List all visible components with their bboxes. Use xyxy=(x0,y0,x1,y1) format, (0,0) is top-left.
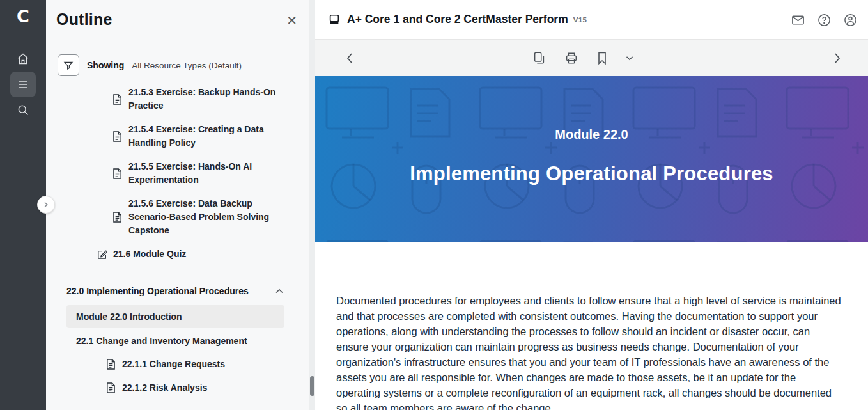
previous-page-button[interactable] xyxy=(345,52,355,65)
outline-item-label: Module 22.0 Introduction xyxy=(76,311,182,322)
outline-section-label: 22.0 Implementing Operational Procedures xyxy=(66,286,249,296)
course-header: A+ Core 1 and Core 2 CertMaster Perform … xyxy=(315,0,868,40)
outline-panel-title: Outline xyxy=(56,10,112,29)
account-button[interactable] xyxy=(843,13,858,28)
document-icon xyxy=(112,131,123,142)
lesson-paragraph: Documented procedures for employees and … xyxy=(336,293,842,410)
panel-expand-button[interactable] xyxy=(37,196,55,214)
header-actions xyxy=(791,0,858,40)
outline-item-label: 22.1 Change and Inventory Management xyxy=(76,336,247,346)
filter-showing-label: Showing xyxy=(87,60,124,70)
outline-item-label: 22.1.2 Risk Analysis xyxy=(122,381,207,395)
search-button[interactable] xyxy=(10,97,36,123)
outline-item-21-5-6[interactable]: 21.5.6 Exercise: Data Backup Scenario-Ba… xyxy=(46,197,310,237)
outline-subsection-22-1[interactable]: 22.1 Change and Inventory Management xyxy=(46,336,310,346)
course-version-badge: V15 xyxy=(573,16,587,24)
next-page-button[interactable] xyxy=(832,52,842,65)
menu-icon xyxy=(17,78,29,91)
outline-item-label: 21.5.3 Exercise: Backup Hands-On Practic… xyxy=(128,86,288,113)
outline-scrollbar-track[interactable] xyxy=(309,0,315,410)
outline-item-21-5-4[interactable]: 21.5.4 Exercise: Creating a Data Handlin… xyxy=(46,123,310,150)
filter-funnel-icon xyxy=(63,60,74,70)
main-content: A+ Core 1 and Core 2 CertMaster Perform … xyxy=(315,0,868,410)
outline-item-label: 21.5.6 Exercise: Data Backup Scenario-Ba… xyxy=(128,197,288,237)
document-icon xyxy=(106,382,116,393)
document-icon xyxy=(112,94,123,105)
bookmark-dropdown-chevron-icon[interactable] xyxy=(626,56,633,61)
course-book-icon xyxy=(328,13,341,26)
chevron-right-icon xyxy=(43,201,49,208)
print-icon[interactable] xyxy=(564,51,578,65)
outline-panel: Outline ✕ Showing All Resource Types (De… xyxy=(46,0,315,410)
outline-item-label: 21.6 Module Quiz xyxy=(113,248,186,261)
outline-item-21-6-quiz[interactable]: 21.6 Module Quiz xyxy=(46,248,310,261)
document-icon xyxy=(106,359,116,370)
copy-icon[interactable] xyxy=(532,51,546,65)
filter-button[interactable] xyxy=(58,54,79,76)
outline-item-22-1-1[interactable]: 22.1.1 Change Requests xyxy=(46,358,310,371)
hero-module-label: Module 22.0 xyxy=(315,127,868,142)
outline-tree: 21.5.3 Exercise: Backup Hands-On Practic… xyxy=(46,86,310,405)
search-icon xyxy=(17,104,29,116)
outline-item-21-5-3[interactable]: 21.5.3 Exercise: Backup Hands-On Practic… xyxy=(46,86,310,113)
outline-item-21-5-5[interactable]: 21.5.5 Exercise: Hands-On AI Experimenta… xyxy=(46,160,310,187)
course-title: A+ Core 1 and Core 2 CertMaster Perform xyxy=(347,13,568,26)
filter-row: Showing All Resource Types (Default) xyxy=(58,54,242,76)
mail-button[interactable] xyxy=(791,13,805,28)
lesson-toolbar xyxy=(315,40,868,76)
document-icon xyxy=(112,168,123,179)
outline-scrollbar-thumb[interactable] xyxy=(310,376,314,396)
outline-section-22-0[interactable]: 22.0 Implementing Operational Procedures xyxy=(46,286,310,296)
chevron-up-icon xyxy=(275,288,283,294)
hero-text: Module 22.0 Implementing Operational Pro… xyxy=(315,76,868,185)
outline-item-label: 21.5.5 Exercise: Hands-On AI Experimenta… xyxy=(128,160,288,187)
document-icon xyxy=(112,212,123,223)
bookmark-icon[interactable] xyxy=(596,51,608,65)
help-button[interactable] xyxy=(817,13,832,28)
outline-item-label: 21.5.4 Exercise: Creating a Data Handlin… xyxy=(128,123,288,150)
module-hero-banner: Module 22.0 Implementing Operational Pro… xyxy=(315,76,868,242)
outline-toggle-button[interactable] xyxy=(10,72,36,97)
toolbar-center-group xyxy=(532,51,633,65)
quiz-icon xyxy=(97,249,107,260)
close-outline-button[interactable]: ✕ xyxy=(286,14,297,27)
home-button[interactable] xyxy=(10,46,36,72)
outline-item-22-1-2[interactable]: 22.1.2 Risk Analysis xyxy=(46,381,310,395)
course-title-wrap: A+ Core 1 and Core 2 CertMaster Perform … xyxy=(328,13,587,26)
lesson-body: Documented procedures for employees and … xyxy=(315,242,868,410)
comptia-logo: C xyxy=(0,6,46,26)
home-icon xyxy=(17,52,29,65)
outline-item-label: 22.1.1 Change Requests xyxy=(122,358,225,371)
hero-module-title: Implementing Operational Procedures xyxy=(315,162,868,185)
outline-item-module-22-0-intro-selected[interactable]: Module 22.0 Introduction xyxy=(66,305,284,328)
filter-value[interactable]: All Resource Types (Default) xyxy=(132,61,242,70)
outline-divider xyxy=(58,274,298,274)
